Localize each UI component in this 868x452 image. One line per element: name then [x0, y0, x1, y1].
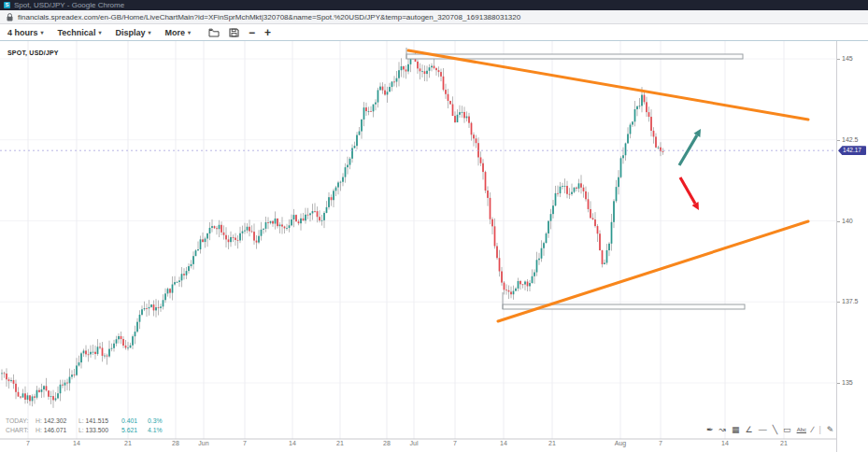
chevron-down-icon: ▾: [41, 29, 44, 35]
line-tool-icon[interactable]: ∕: [812, 422, 814, 437]
url-text[interactable]: financials.spreadex.com/en-GB/Home/LiveC…: [18, 13, 520, 21]
y-axis-tick: [837, 383, 840, 384]
y-axis-label: 137.5: [842, 298, 859, 304]
y-axis-label: 135: [842, 379, 853, 386]
display-menu[interactable]: Display▾: [115, 28, 150, 37]
today-low-value: 141.515: [86, 417, 109, 424]
svg-text:Jul: Jul: [410, 440, 419, 446]
window-title: Spot, USD/JPY - Google Chrome: [14, 1, 124, 9]
svg-text:28: 28: [383, 440, 391, 446]
svg-text:21: 21: [548, 440, 556, 446]
chart-stats-row: CHART: H: 146.071 L: 133.500 5.621 4.1%: [6, 426, 163, 435]
padlock-icon: [7, 13, 13, 21]
chart-toolbar: 4 hours▾ Technical▾ Display▾ More▾ − +: [0, 24, 868, 41]
svg-text:14: 14: [289, 440, 296, 446]
current-price-badge: 142.17: [838, 146, 866, 155]
chevron-down-icon: ▾: [148, 29, 150, 35]
chevron-down-icon: ▾: [98, 29, 101, 35]
svg-text:7: 7: [659, 440, 662, 446]
y-axis-label: 142.5: [842, 136, 859, 143]
text-tool-icon[interactable]: Abc: [797, 422, 806, 437]
symbol-label: SPOT, USD/JPY: [7, 49, 59, 56]
more-menu[interactable]: More▾: [164, 28, 191, 37]
chart-low-value: 133.500: [86, 427, 109, 433]
y-axis-tick: [837, 59, 840, 60]
chart-change-value: 5.621: [121, 426, 148, 435]
today-change-pct: 0.3%: [148, 417, 163, 426]
technical-menu[interactable]: Technical▾: [58, 28, 102, 37]
freehand-tool-icon[interactable]: ↝: [719, 422, 727, 437]
svg-text:21: 21: [124, 440, 132, 446]
candlestick-chart[interactable]: 7142128Jun7142128Jul71421Aug71421: [0, 41, 836, 452]
high-label: H:: [36, 427, 42, 433]
svg-text:7: 7: [26, 440, 30, 446]
cursor-tool-icon[interactable]: ✒: [706, 422, 714, 437]
y-axis-tick: [837, 140, 840, 141]
low-label: L:: [78, 427, 84, 433]
svg-text:28: 28: [172, 440, 179, 446]
rectangle-tool-icon[interactable]: ▭: [783, 422, 791, 437]
price-stats: TODAY: H: 142.302 L: 141.515 0.401 0.3% …: [6, 417, 163, 435]
chart-high-value: 146.071: [44, 427, 67, 433]
chevron-down-icon: ▾: [188, 29, 191, 35]
svg-text:21: 21: [780, 440, 788, 446]
zoom-out-button[interactable]: −: [249, 28, 255, 37]
drawing-toolbar: ✒ ↝ ▦ ∠ — ╲ ▭ Abc ∕ | ✎ ✕: [706, 422, 847, 437]
zoom-in-button[interactable]: +: [264, 28, 271, 37]
horizontal-line-tool-icon[interactable]: —: [759, 422, 767, 437]
url-bar[interactable]: financials.spreadex.com/en-GB/Home/LiveC…: [0, 10, 868, 24]
high-label: H:: [36, 417, 42, 424]
y-axis-label: 140: [842, 218, 853, 224]
svg-text:Aug: Aug: [615, 440, 627, 447]
svg-text:7: 7: [453, 440, 457, 446]
svg-text:21: 21: [336, 440, 344, 446]
timeframe-menu[interactable]: 4 hours▾: [7, 28, 44, 37]
y-axis-label: 145: [842, 55, 853, 62]
toolbar-divider: |: [818, 422, 820, 437]
window-titlebar: S Spot, USD/JPY - Google Chrome: [0, 0, 868, 10]
trendline-tool-icon[interactable]: ╲: [773, 422, 777, 437]
svg-text:14: 14: [500, 440, 507, 446]
grid-tool-icon[interactable]: ▦: [732, 422, 740, 437]
open-folder-icon[interactable]: [208, 28, 220, 37]
price-axis[interactable]: 142.17 145142.5140137.5135: [836, 41, 868, 452]
y-axis-tick: [837, 302, 840, 303]
chart-change-pct: 4.1%: [148, 426, 163, 435]
trend-angle-tool-icon[interactable]: ∠: [746, 422, 753, 437]
site-favicon-icon: S: [4, 2, 10, 8]
chart-label: CHART:: [6, 426, 36, 435]
svg-text:Jun: Jun: [198, 440, 208, 446]
today-stats-row: TODAY: H: 142.302 L: 141.515 0.401 0.3%: [6, 417, 163, 426]
svg-text:14: 14: [73, 440, 80, 446]
edit-tool-icon[interactable]: ✎: [827, 422, 834, 437]
save-icon[interactable]: [229, 28, 239, 37]
browser-window: { "window": { "title": "Spot, USD/JPY - …: [0, 0, 868, 452]
svg-text:7: 7: [243, 440, 247, 446]
y-axis-tick: [837, 221, 840, 222]
today-high-value: 142.302: [44, 417, 67, 424]
chart-area: 7142128Jun7142128Jul71421Aug71421 SPOT, …: [0, 41, 868, 452]
today-label: TODAY:: [6, 417, 36, 426]
low-label: L:: [78, 417, 84, 424]
svg-text:14: 14: [721, 440, 729, 446]
today-change-value: 0.401: [121, 417, 148, 426]
